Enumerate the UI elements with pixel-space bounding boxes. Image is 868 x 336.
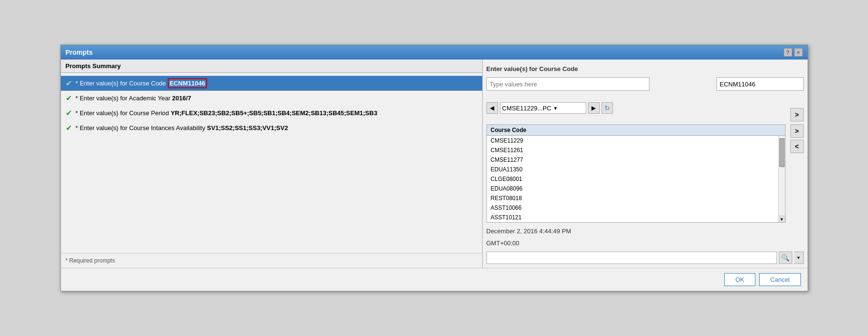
left-panel: Prompts Summary ✔ * Enter value(s) for C… <box>61 60 483 268</box>
titlebar-buttons: ? × <box>784 48 803 57</box>
dropdown-value: CMSE11229...PC <box>502 105 552 112</box>
course-code-list: Course Code CMSE11229 CMSE11261 CMSE1127… <box>486 124 786 223</box>
prompt-item-2[interactable]: ✔ * Enter value(s) for Academic Year 201… <box>61 91 482 106</box>
type-values-input[interactable] <box>486 77 649 91</box>
list-item[interactable]: CMSE11229 <box>487 136 785 145</box>
datetime-value: December 2, 2016 4:44:49 PM <box>486 228 571 235</box>
prompt-text-1: * Enter value(s) for Course Code ECNM110… <box>76 80 208 87</box>
refresh-button[interactable]: ↻ <box>602 102 613 114</box>
type-values-row <box>486 77 804 91</box>
move-buttons: > <box>788 108 804 121</box>
timezone-value: GMT+00:00 <box>486 240 520 247</box>
check-icon-3: ✔ <box>66 108 72 118</box>
check-icon-1: ✔ <box>66 79 72 88</box>
list-header: Course Code <box>487 125 785 136</box>
cancel-button[interactable]: Cancel <box>759 273 800 286</box>
list-scrollbar[interactable]: ▼ <box>778 136 785 222</box>
search-button[interactable]: 🔍 <box>779 252 792 264</box>
dialog-body: Prompts Summary ✔ * Enter value(s) for C… <box>61 60 808 268</box>
list-item[interactable]: EDUA08096 <box>487 184 785 193</box>
dialog-footer: OK Cancel <box>61 268 808 291</box>
scrollbar-thumb[interactable] <box>779 138 785 167</box>
prompt-text-3: * Enter value(s) for Course Period YR;FL… <box>76 109 378 117</box>
dialog-title: Prompts <box>66 48 93 56</box>
search-row: 🔍 ▼ <box>486 252 804 264</box>
ok-button[interactable]: OK <box>724 273 755 286</box>
check-icon-2: ✔ <box>66 94 72 103</box>
list-item[interactable]: CLGE08001 <box>487 174 785 184</box>
move-right-button[interactable]: > <box>790 108 804 121</box>
check-icon-4: ✔ <box>66 123 72 132</box>
scrollbar-down-arrow[interactable]: ▼ <box>779 216 785 222</box>
prompt-item-1[interactable]: ✔ * Enter value(s) for Course Code ECNM1… <box>61 76 482 91</box>
list-item[interactable]: CMSE11277 <box>487 155 785 165</box>
prompts-summary-header: Prompts Summary <box>61 60 482 73</box>
right-panel-header: Enter value(s) for Course Code <box>486 63 804 74</box>
list-section: Course Code CMSE11229 CMSE11261 CMSE1127… <box>486 124 804 223</box>
nav-row: ◀ CMSE11229...PC ▼ ▶ ↻ > <box>486 95 804 121</box>
list-item[interactable]: EDUA11350 <box>487 165 785 174</box>
prompts-list: ✔ * Enter value(s) for Course Code ECNM1… <box>61 73 482 253</box>
list-body: CMSE11229 CMSE11261 CMSE11277 EDUA11350 … <box>487 136 785 222</box>
required-note: * Required prompts <box>61 253 482 268</box>
list-item[interactable]: ASST10121 <box>487 213 785 222</box>
prompt-item-4[interactable]: ✔ * Enter value(s) for Course Intances A… <box>61 120 482 135</box>
prompt-item-3[interactable]: ✔ * Enter value(s) for Course Period YR;… <box>61 106 482 120</box>
move-remove-button[interactable]: < <box>790 140 804 153</box>
dropdown-arrow-icon: ▼ <box>553 106 558 111</box>
scrollbar-track <box>779 136 785 216</box>
selected-value-input[interactable] <box>717 77 804 91</box>
prompts-dialog: Prompts ? × Prompts Summary ✔ * Enter va… <box>60 45 808 291</box>
move-add-button[interactable]: > <box>790 124 804 138</box>
prompt-text-4: * Enter value(s) for Course Intances Ava… <box>76 124 288 132</box>
datetime-text: December 2, 2016 4:44:49 PM <box>486 228 804 235</box>
close-button[interactable]: × <box>794 48 803 57</box>
right-panel: Enter value(s) for Course Code ◀ CMSE112… <box>483 60 808 268</box>
search-input[interactable] <box>486 252 777 264</box>
list-item[interactable]: REST08018 <box>487 193 785 203</box>
timezone-text: GMT+00:00 <box>486 240 804 247</box>
help-button[interactable]: ? <box>784 48 792 57</box>
list-item[interactable]: CMSE11261 <box>487 145 785 155</box>
dialog-titlebar: Prompts ? × <box>61 45 808 60</box>
search-dropdown-button[interactable]: ▼ <box>794 252 804 264</box>
nav-right-button[interactable]: ▶ <box>588 102 600 114</box>
prompt-text-2: * Enter value(s) for Academic Year 2016/… <box>76 95 191 102</box>
list-item[interactable]: ASST10066 <box>487 203 785 213</box>
move-btn-group-right: > < <box>788 124 804 223</box>
nav-left-button[interactable]: ◀ <box>486 102 498 114</box>
dropdown-selector[interactable]: CMSE11229...PC ▼ <box>500 102 586 114</box>
highlight-value-1: ECNM11046 <box>168 78 207 88</box>
